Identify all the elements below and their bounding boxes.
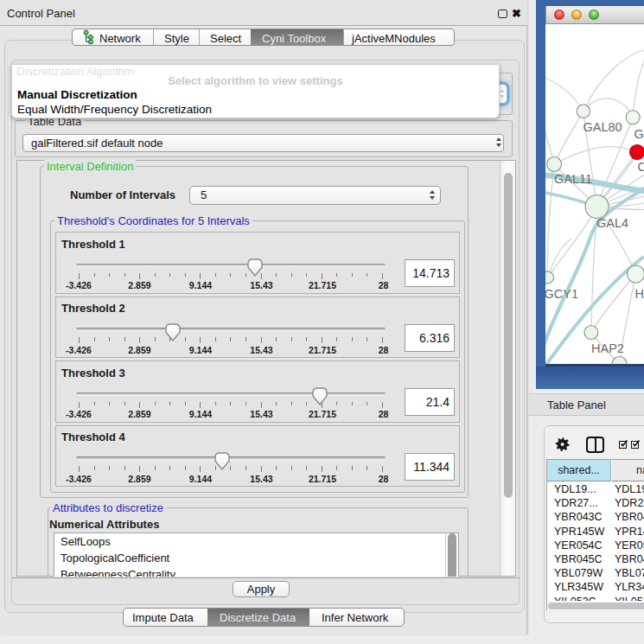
svg-text:GAL11: GAL11 (554, 172, 592, 186)
svg-text:HAP2: HAP2 (591, 341, 624, 355)
svg-text:HAP4: HAP4 (635, 287, 644, 301)
svg-text:CDC6: CDC6 (638, 160, 644, 174)
svg-text:GCY1: GCY1 (545, 287, 578, 301)
svg-text:GAL4: GAL4 (596, 216, 628, 230)
svg-text:GAL80: GAL80 (634, 127, 644, 141)
svg-text:GAL80: GAL80 (583, 120, 622, 134)
